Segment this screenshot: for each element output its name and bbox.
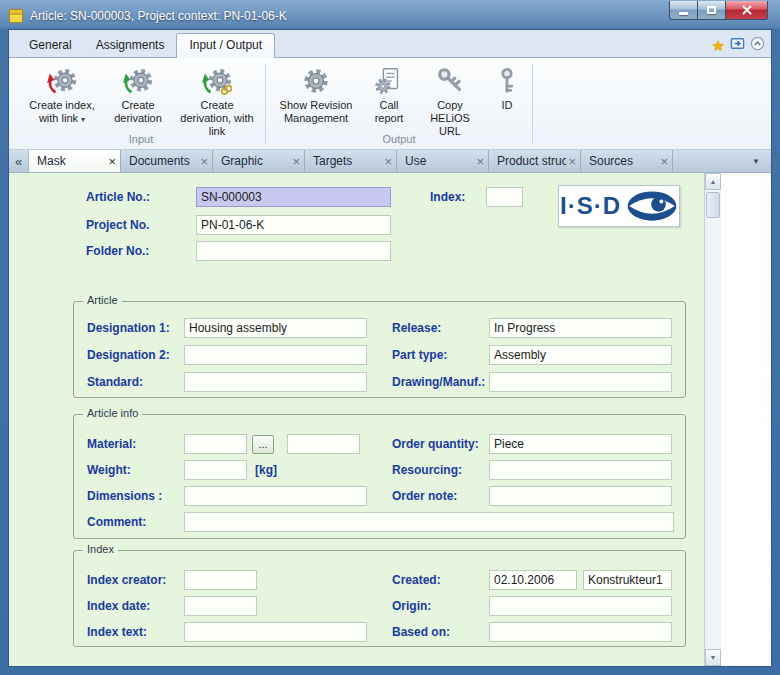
close-tab-icon[interactable]: ×	[384, 155, 392, 168]
ribbon-toolbar: Create index, with link ▾ Create derivat…	[9, 58, 771, 150]
ribbon-group-input: Create index, with link ▾ Create derivat…	[21, 60, 261, 149]
part-type-label: Part type:	[392, 348, 489, 362]
tabstrip-overflow-button[interactable]: ▾	[747, 150, 765, 172]
vertical-scrollbar[interactable]: ▲ ▼	[704, 173, 721, 666]
close-tab-icon[interactable]: ×	[200, 155, 208, 168]
index-text-label: Index text:	[87, 625, 184, 639]
id-button[interactable]: ID	[486, 60, 528, 130]
key-icon	[435, 66, 465, 96]
titlebar[interactable]: Article: SN-000003, Project context: PN-…	[0, 0, 780, 29]
created-date-field[interactable]	[489, 570, 577, 590]
scroll-up-button[interactable]: ▲	[705, 173, 721, 190]
resourcing-field[interactable]	[489, 460, 672, 480]
scrollbar-track[interactable]	[705, 190, 721, 649]
index-date-field[interactable]	[184, 596, 257, 616]
order-quantity-label: Order quantity:	[392, 437, 489, 451]
copy-helios-url-button[interactable]: Copy HELiOS URL	[416, 60, 484, 130]
comment-label: Comment:	[87, 515, 184, 529]
window-title: Article: SN-000003, Project context: PN-…	[30, 9, 287, 23]
close-tab-icon[interactable]: ×	[292, 155, 300, 168]
index-group-title: Index	[83, 543, 118, 555]
weight-label: Weight:	[87, 463, 184, 477]
dimensions-label: Dimensions :	[87, 489, 184, 503]
doctab-mask[interactable]: Mask ×	[29, 150, 121, 172]
create-derivation-with-link-button[interactable]: Create derivation, with link	[173, 60, 261, 130]
origin-label: Origin:	[392, 599, 489, 613]
index-field[interactable]	[486, 187, 523, 207]
create-derivation-link-icon	[202, 66, 232, 96]
close-tab-icon[interactable]: ×	[568, 155, 576, 168]
weight-field[interactable]	[184, 460, 247, 480]
material2-field[interactable]	[287, 434, 360, 454]
part-type-field[interactable]	[489, 345, 672, 365]
collapse-ribbon-icon[interactable]	[750, 36, 765, 54]
material-label: Material:	[87, 437, 184, 451]
index-group: Index Index creator: Created: Index date…	[73, 550, 686, 647]
created-by-field[interactable]	[583, 570, 672, 590]
order-note-label: Order note:	[392, 489, 489, 503]
ribbon-group-output: Show Revision Management Call report	[270, 60, 528, 149]
tab-assignments[interactable]: Assignments	[84, 34, 177, 57]
ribbon-group-label-input: Input	[21, 132, 261, 149]
article-group: Article Designation 1: Release: Designat…	[73, 301, 686, 398]
comment-field[interactable]	[184, 512, 674, 532]
close-button[interactable]	[725, 1, 768, 20]
folder-no-field[interactable]	[196, 241, 391, 261]
tab-input-output[interactable]: Input / Output	[176, 33, 275, 58]
article-info-group-title: Article info	[83, 407, 142, 419]
create-derivation-icon	[123, 66, 153, 96]
standard-label: Standard:	[87, 375, 184, 389]
popout-window-icon[interactable]	[730, 36, 745, 54]
resourcing-label: Resourcing:	[392, 463, 489, 477]
project-no-field[interactable]	[196, 215, 391, 235]
call-report-button[interactable]: Call report	[364, 60, 414, 130]
ribbon-group-label-output: Output	[270, 132, 528, 149]
show-revision-management-button[interactable]: Show Revision Management	[270, 60, 362, 130]
article-group-title: Article	[83, 294, 122, 306]
designation2-field[interactable]	[184, 345, 367, 365]
doctab-graphic[interactable]: Graphic ×	[213, 150, 305, 172]
doctab-documents[interactable]: Documents ×	[121, 150, 213, 172]
doctab-use[interactable]: Use ×	[397, 150, 489, 172]
scroll-down-button[interactable]: ▼	[705, 649, 721, 666]
based-on-label: Based on:	[392, 625, 489, 639]
ribbon-separator	[532, 64, 533, 143]
tabstrip-collapse-button[interactable]: «	[9, 150, 29, 172]
favorite-star-icon[interactable]: ★	[712, 38, 725, 53]
close-tab-icon[interactable]: ×	[476, 155, 484, 168]
based-on-field[interactable]	[489, 622, 672, 642]
scrollbar-thumb[interactable]	[706, 192, 720, 218]
create-index-icon	[47, 66, 77, 96]
doctab-product-structure[interactable]: Product structu ×	[489, 150, 581, 172]
designation2-label: Designation 2:	[87, 348, 184, 362]
designation1-field[interactable]	[184, 318, 367, 338]
create-derivation-button[interactable]: Create derivation	[105, 60, 171, 130]
release-field[interactable]	[489, 318, 672, 338]
index-creator-field[interactable]	[184, 570, 257, 590]
origin-field[interactable]	[489, 596, 672, 616]
order-note-field[interactable]	[489, 486, 672, 506]
index-label: Index:	[430, 190, 465, 204]
close-tab-icon[interactable]: ×	[108, 155, 116, 168]
doctab-targets[interactable]: Targets ×	[305, 150, 397, 172]
app-icon	[8, 8, 24, 24]
right-gap-panel	[721, 173, 771, 666]
drawing-manuf-label: Drawing/Manuf.:	[392, 375, 489, 389]
order-quantity-field[interactable]	[489, 434, 672, 454]
isd-logo: I·S·D	[558, 185, 680, 227]
maximize-button[interactable]	[697, 1, 726, 20]
close-tab-icon[interactable]: ×	[660, 155, 668, 168]
material-field[interactable]	[184, 434, 247, 454]
minimize-button[interactable]	[669, 1, 698, 20]
article-no-field[interactable]	[196, 187, 391, 207]
close-icon	[742, 5, 752, 15]
dimensions-field[interactable]	[184, 486, 367, 506]
material-browse-button[interactable]: ...	[252, 435, 274, 454]
create-index-with-link-button[interactable]: Create index, with link ▾	[21, 60, 103, 130]
doctab-sources[interactable]: Sources ×	[581, 150, 673, 172]
index-text-field[interactable]	[184, 622, 367, 642]
tab-general[interactable]: General	[17, 34, 84, 57]
drawing-manuf-field[interactable]	[489, 372, 672, 392]
created-label: Created:	[392, 573, 489, 587]
standard-field[interactable]	[184, 372, 367, 392]
